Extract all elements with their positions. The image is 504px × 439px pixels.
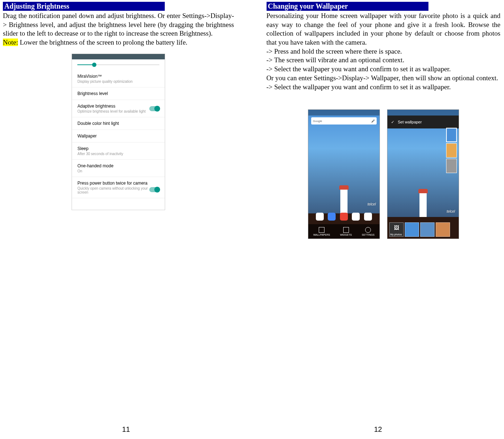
- status-bar: [72, 54, 165, 59]
- settings-item-sleep: Sleep After 30 seconds of inactivity: [72, 142, 165, 160]
- widgets-option: WIDGETS: [340, 227, 352, 236]
- lighthouse-graphic: [419, 192, 427, 217]
- wallpapers-option: WALLPAPERS: [313, 227, 330, 236]
- settings-item-one-handed: One-handed mode On: [72, 160, 165, 177]
- photo-thumb: [420, 222, 435, 237]
- wallpaper-thumb: [446, 143, 457, 158]
- wallpaper-step-1: -> Press and hold the screen where there…: [267, 47, 402, 55]
- wallpaper-thumbnails: [446, 128, 457, 173]
- wallpaper-step-5: -> Select the wallpaper you want and con…: [267, 83, 451, 91]
- wallpaper-step-2: -> The screen will vibrate and an option…: [267, 56, 404, 64]
- wallpaper-paragraph: Personalizing your Home screen wallpaper…: [267, 12, 501, 46]
- check-icon: ✓: [391, 120, 394, 125]
- note-text: Lower the brightness of the screen to pr…: [18, 39, 187, 46]
- section-header-brightness: Adjusting Brightness: [3, 2, 165, 11]
- wallpaper-step-4: Or you can enter Settings->Display-> Wal…: [267, 74, 498, 82]
- image-icon: 🖼: [394, 225, 399, 231]
- page-number-right: 12: [374, 425, 382, 434]
- telcel-label: telcel: [446, 209, 455, 213]
- settings-item-miravision: MiraVision™ Display picture quality opti…: [72, 70, 165, 87]
- photo-thumb: [405, 222, 419, 237]
- page-right: Changing your Wallpaper Personalizing yo…: [252, 2, 504, 437]
- toggle-on-icon: [149, 106, 159, 111]
- status-bar: [308, 110, 380, 116]
- page-left: Adjusting Brightness Drag the notificati…: [0, 2, 252, 437]
- app-icon: [364, 213, 372, 221]
- toggle-on-icon: [149, 187, 159, 192]
- display-settings-screenshot: MiraVision™ Display picture quality opti…: [72, 54, 165, 210]
- note-label: Note:: [3, 39, 18, 46]
- screenshot-container-left: MiraVision™ Display picture quality opti…: [3, 54, 234, 210]
- page-number-left: 11: [122, 425, 130, 434]
- set-wallpaper-header: ✓ Set wallpaper: [387, 116, 459, 128]
- settings-item-double-color: Double color hint light: [72, 117, 165, 130]
- my-photos-row: 🖼 My photos: [389, 222, 450, 237]
- lighthouse-graphic: [340, 188, 348, 213]
- mic-icon: 🎤: [371, 119, 375, 123]
- app-dock: [308, 213, 380, 221]
- brightness-slider: [72, 59, 165, 70]
- settings-item-brightness-level: Brightness level: [72, 87, 165, 100]
- app-icon: [340, 213, 348, 221]
- body-text-wallpaper: Personalizing your Home screen wallpaper…: [267, 12, 501, 91]
- my-photos-thumb: 🖼 My photos: [389, 222, 404, 237]
- status-bar: [387, 110, 459, 116]
- set-wallpaper-screenshot: ✓ Set wallpaper telcel 🖼 My photos: [387, 109, 459, 239]
- screenshot-container-right: Google 🎤 telcel WALLPAPERS WI: [267, 109, 501, 239]
- wallpaper-step-3: -> Select the wallpaper you want and con…: [267, 65, 451, 73]
- settings-item-adaptive: Adaptive brightness Optimize brightness …: [72, 100, 165, 117]
- settings-item-wallpaper: Wallpaper: [72, 130, 165, 142]
- wallpaper-thumb: [446, 128, 457, 142]
- brightness-paragraph: Drag the notification panel down and adj…: [3, 12, 234, 37]
- app-icon: [352, 213, 360, 221]
- app-icon: [316, 213, 324, 221]
- settings-item-power-camera: Press power button twice for camera Quic…: [72, 177, 165, 198]
- widgets-icon: [343, 227, 349, 233]
- wallpapers-icon: [319, 227, 324, 233]
- google-search-widget: Google 🎤: [311, 117, 377, 125]
- longpress-menu: WALLPAPERS WIDGETS SETTINGS: [308, 224, 380, 239]
- photo-thumb: [436, 222, 450, 237]
- body-text-brightness: Drag the notification panel down and adj…: [3, 12, 234, 47]
- settings-option: SETTINGS: [362, 227, 374, 236]
- wallpaper-thumb: [446, 159, 457, 173]
- home-longpress-screenshot: Google 🎤 telcel WALLPAPERS WI: [308, 109, 380, 239]
- app-icon: [328, 213, 336, 221]
- section-header-wallpaper: Changing your Wallpaper: [267, 2, 428, 11]
- gear-icon: [365, 227, 371, 233]
- telcel-label: telcel: [367, 202, 376, 206]
